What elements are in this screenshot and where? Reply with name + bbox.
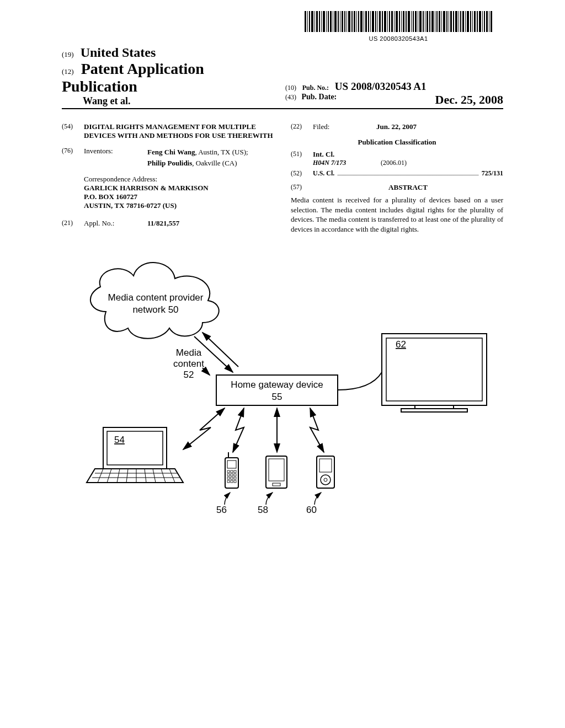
doc-type: Patent Application Publication bbox=[62, 60, 204, 95]
svg-rect-65 bbox=[459, 11, 459, 32]
laptop-icon: 54 bbox=[87, 427, 183, 483]
svg-rect-21 bbox=[354, 11, 355, 32]
svg-rect-33 bbox=[382, 11, 383, 32]
media-label-2: content bbox=[173, 358, 204, 369]
svg-rect-31 bbox=[377, 11, 378, 32]
svg-rect-62 bbox=[450, 11, 452, 32]
svg-rect-43 bbox=[406, 11, 407, 32]
svg-rect-67 bbox=[462, 11, 464, 32]
svg-rect-29 bbox=[372, 11, 374, 32]
cloud-label-2: network 50 bbox=[132, 304, 178, 315]
svg-rect-78 bbox=[489, 11, 489, 32]
svg-rect-58 bbox=[441, 11, 442, 32]
invention-title: DIGITAL RIGHTS MANAGEMENT FOR MULTIPLE D… bbox=[84, 122, 274, 140]
svg-rect-27 bbox=[368, 11, 369, 32]
svg-rect-48 bbox=[418, 11, 418, 32]
media-label-1: Media bbox=[176, 347, 202, 358]
svg-rect-10 bbox=[328, 11, 329, 32]
intcl-date: (2006.01) bbox=[381, 159, 407, 167]
svg-rect-42 bbox=[403, 11, 404, 32]
svg-rect-55 bbox=[435, 11, 435, 32]
svg-rect-3 bbox=[311, 11, 313, 32]
svg-rect-38 bbox=[394, 11, 395, 32]
svg-rect-56 bbox=[436, 11, 438, 32]
svg-rect-35 bbox=[387, 11, 388, 32]
svg-rect-18 bbox=[347, 11, 347, 32]
svg-rect-1 bbox=[307, 11, 308, 32]
intcl-code: H04N 7/173 bbox=[313, 159, 379, 167]
svg-rect-2 bbox=[309, 11, 310, 32]
document-header: (19) United States (12) Patent Applicati… bbox=[62, 45, 503, 109]
svg-rect-72 bbox=[474, 11, 476, 32]
laptop-label: 54 bbox=[114, 435, 125, 445]
barcode-icon bbox=[305, 11, 492, 32]
correspondence-line-2: P.O. BOX 160727 bbox=[84, 192, 274, 201]
svg-rect-64 bbox=[455, 11, 457, 32]
svg-rect-28 bbox=[370, 11, 371, 32]
svg-rect-17 bbox=[344, 11, 345, 32]
svg-point-121 bbox=[324, 478, 327, 481]
svg-rect-26 bbox=[365, 11, 367, 32]
svg-rect-70 bbox=[470, 11, 471, 32]
svg-rect-40 bbox=[399, 11, 400, 32]
cloud-label-1: Media content provider bbox=[108, 292, 204, 303]
abstract-heading: ABSTRACT bbox=[313, 183, 503, 192]
svg-rect-20 bbox=[351, 11, 353, 32]
svg-rect-9 bbox=[326, 11, 327, 32]
svg-rect-24 bbox=[360, 11, 363, 32]
gateway-label-1: Home gateway device bbox=[231, 379, 323, 390]
svg-rect-19 bbox=[348, 11, 350, 32]
svg-rect-7 bbox=[321, 11, 322, 32]
applno-label: Appl. No.: bbox=[84, 219, 147, 228]
mp3-callout-arrow bbox=[315, 493, 321, 505]
country-name: United States bbox=[81, 45, 156, 60]
publication-classification-heading: Publication Classification bbox=[291, 138, 503, 147]
code-52: (52) bbox=[291, 169, 313, 178]
svg-rect-61 bbox=[449, 11, 449, 32]
uscl-label: U.S. Cl. bbox=[313, 169, 334, 178]
svg-rect-14 bbox=[338, 11, 339, 32]
wireless-arrow-mp3 bbox=[310, 408, 324, 452]
svg-rect-75 bbox=[482, 11, 483, 32]
code-19: (19) bbox=[62, 50, 74, 58]
barcode-number: US 20080320543A1 bbox=[305, 35, 492, 42]
phone-callout-arrow bbox=[225, 493, 230, 505]
svg-rect-36 bbox=[389, 11, 390, 32]
code-21: (21) bbox=[62, 219, 84, 228]
svg-rect-16 bbox=[342, 11, 343, 32]
inventor-2-name: Philip Poulidis bbox=[147, 159, 192, 167]
wireless-arrow-phone bbox=[233, 408, 244, 452]
gateway-label-2: 55 bbox=[272, 392, 282, 402]
pda-icon bbox=[266, 456, 287, 488]
intcl-label: Int. Cl. bbox=[313, 150, 503, 159]
svg-rect-5 bbox=[316, 11, 318, 32]
left-column: (54) DIGITAL RIGHTS MANAGEMENT FOR MULTI… bbox=[62, 122, 274, 234]
svg-rect-46 bbox=[413, 11, 414, 32]
tv-icon: 62 bbox=[382, 334, 487, 412]
dot-leader bbox=[338, 175, 478, 175]
pda-label: 58 bbox=[258, 505, 268, 515]
svg-rect-49 bbox=[419, 11, 422, 32]
code-51: (51) bbox=[291, 150, 313, 159]
right-column: (22) Filed: Jun. 22, 2007 Publication Cl… bbox=[291, 122, 503, 234]
inventors-value: Feng Chi Wang, Austin, TX (US); Philip P… bbox=[147, 147, 274, 168]
svg-rect-34 bbox=[384, 11, 386, 32]
svg-rect-50 bbox=[423, 11, 424, 32]
svg-rect-60 bbox=[446, 11, 447, 32]
svg-rect-117 bbox=[273, 483, 280, 486]
pda-callout-arrow bbox=[266, 493, 273, 505]
svg-rect-25 bbox=[364, 11, 364, 32]
svg-rect-0 bbox=[305, 11, 306, 32]
filed-label: Filed: bbox=[313, 122, 376, 131]
correspondence-label: Correspondence Address: bbox=[84, 175, 274, 184]
svg-rect-47 bbox=[415, 11, 417, 32]
svg-rect-59 bbox=[443, 11, 445, 32]
correspondence-address: Correspondence Address: GARLICK HARRISON… bbox=[84, 175, 274, 210]
svg-rect-54 bbox=[431, 11, 434, 32]
cloud-icon: Media content provider network 50 bbox=[90, 263, 219, 339]
code-57: (57) bbox=[291, 183, 313, 192]
filed-date: Jun. 22, 2007 bbox=[376, 122, 503, 131]
pub-date: Dec. 25, 2008 bbox=[435, 93, 503, 107]
inventors-label: Inventors: bbox=[84, 147, 147, 168]
svg-rect-44 bbox=[408, 11, 410, 32]
